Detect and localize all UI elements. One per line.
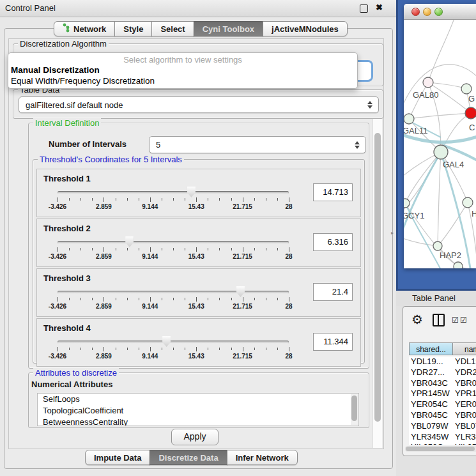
tab-style[interactable]: Style [114,21,152,36]
threshold-value-field[interactable]: 6.316 [313,233,353,251]
column-header-shared-name[interactable]: shared... [409,342,453,355]
close-traffic-light-icon[interactable] [411,8,420,16]
network-canvas[interactable]: GAL80GCGAL11GAL4GCY1HHAP2 [404,20,476,268]
algorithm-option[interactable]: Manual Discretization [8,65,357,75]
slider-ticks [58,347,289,352]
number-of-intervals-combobox[interactable]: 5 [149,136,366,153]
cell-name[interactable]: YPR145W [455,388,476,398]
threshold-value-field[interactable]: 11.344 [313,333,353,351]
bottom-tab-discretize-data[interactable]: Discretize Data [150,450,227,465]
network-node-gal11[interactable] [404,114,414,124]
cell-shared-name[interactable]: YBL079W [411,421,450,431]
node-table[interactable]: shared... name YDL19...YDL19YDR27...YDR2… [409,342,476,445]
threshold-value-field[interactable]: 21.4 [313,283,353,301]
slider-track[interactable] [58,191,289,194]
scrollbar-thumb[interactable] [406,447,475,451]
network-node-hap2[interactable] [433,242,442,250]
attribute-item[interactable]: BetweennessCentrality [38,417,358,426]
control-panel-tabs: NetworkStyleSelectCyni ToolboxjActiveMNo… [54,21,348,36]
bottom-tab-infer-network[interactable]: Infer Network [227,450,298,465]
attribute-item[interactable]: SelfLoops [38,394,358,405]
tab-select[interactable]: Select [151,21,194,36]
panel-vertical-scrollbar[interactable] [372,119,382,448]
table-data-combobox[interactable]: galFiltered.sif default node [19,96,379,113]
cell-name[interactable]: YBR043C [455,378,476,388]
network-node-gal80[interactable] [423,77,433,88]
threshold-label: Threshold 3 [43,273,91,283]
threshold-slider[interactable]: -3.4262.8599.14415.4321.71528 [58,188,289,214]
tab-jactivemnodules[interactable]: jActiveMNodules [263,21,348,36]
tab-cyni-toolbox[interactable]: Cyni Toolbox [194,21,263,36]
table-row[interactable]: YBR045CYBR045C [409,410,476,421]
table-row[interactable]: YIL052CYIL052C [409,442,476,445]
cell-shared-name[interactable]: YER054C [411,399,450,409]
tick-label: 9.144 [142,203,158,210]
close-icon[interactable]: ✖ [376,3,383,12]
checkbox-icon[interactable]: ☑ [452,316,459,325]
cell-shared-name[interactable]: YBR045C [411,410,450,420]
slider-thumb[interactable] [125,236,134,247]
network-icon [63,23,70,35]
slider-thumb[interactable] [187,187,196,197]
cell-shared-name[interactable]: YDR27... [411,367,450,377]
threshold-slider[interactable]: -3.4262.8599.14415.4321.71528 [58,338,289,364]
numerical-attributes-list[interactable]: SelfLoopsTopologicalCoefficientBetweenne… [37,393,359,426]
cell-shared-name[interactable]: YPR145W [411,388,450,398]
scrollbar-thumb[interactable] [351,395,357,421]
checkbox-icon[interactable]: ☑ [460,316,467,325]
tick-label: 21.715 [233,303,252,310]
slider-track[interactable] [58,341,289,344]
minimize-traffic-light-icon[interactable] [423,8,431,16]
control-panel-title: Control Panel [5,3,56,13]
cell-name[interactable]: YLR345W [455,432,476,441]
cell-name[interactable]: YBR045C [455,410,476,420]
network-window-titlebar[interactable] [404,4,476,20]
cell-name[interactable]: YDR27 [455,367,476,377]
scrollbar-thumb[interactable] [374,133,381,422]
threshold-value-field[interactable]: 14.713 [313,183,353,201]
cell-shared-name[interactable]: YLR345W [411,432,450,441]
cell-shared-name[interactable]: YDL19... [411,357,450,366]
network-node[interactable] [454,262,463,268]
slider-thumb[interactable] [236,286,245,297]
table-row[interactable]: YDL19...YDL19 [409,357,476,367]
threshold-slider[interactable]: -3.4262.8599.14415.4321.71528 [58,238,289,264]
table-row[interactable]: YPR145WYPR145W [409,388,476,399]
threshold-slider[interactable]: -3.4262.8599.14415.4321.71528 [58,288,289,314]
network-node-c[interactable] [465,107,476,119]
node-label: G [468,94,475,104]
cell-name[interactable]: YDL19 [455,357,476,366]
attribute-item[interactable]: TopologicalCoefficient [38,405,358,417]
gear-icon[interactable]: ⚙ [411,312,423,327]
network-node-h[interactable] [463,197,473,208]
network-node-gal4[interactable] [434,145,448,159]
slider-track[interactable] [58,291,289,294]
table-data-selected-value: galFiltered.sif default node [19,100,365,110]
cell-name[interactable]: YER054C [455,399,476,409]
table-row[interactable]: YBL079WYBL079W [409,421,476,432]
tab-network[interactable]: Network [54,21,115,36]
tick-label: 15.43 [188,253,204,260]
table-row[interactable]: YDR27...YDR27 [409,367,476,378]
cell-shared-name[interactable]: YBR043C [411,378,450,388]
cell-shared-name[interactable]: YIL052C [411,442,450,445]
columns-icon[interactable] [433,314,445,326]
zoom-traffic-light-icon[interactable] [434,8,443,16]
table-horizontal-scrollbar[interactable] [405,446,476,452]
apply-button[interactable]: Apply [171,429,219,445]
table-row[interactable]: YBR043CYBR043C [409,378,476,389]
cell-name[interactable]: YBL079W [455,421,476,431]
network-node-gcy1[interactable] [404,199,410,208]
panel-resize-gripper[interactable]: ▸ [391,230,395,236]
attributes-scrollbar[interactable] [351,394,358,425]
table-row[interactable]: YLR345WYLR345W [409,432,476,443]
cell-name[interactable]: YIL052C [455,442,476,445]
slider-track[interactable] [58,241,289,244]
slider-thumb[interactable] [162,336,171,347]
column-header-name[interactable]: name [452,342,476,355]
network-node-g[interactable] [461,84,472,94]
float-window-icon[interactable] [360,4,368,13]
bottom-tab-impute-data[interactable]: Impute Data [85,450,150,465]
table-row[interactable]: YER054CYER054C [409,399,476,410]
algorithm-option[interactable]: Equal Width/Frequency Discretization [8,75,357,86]
